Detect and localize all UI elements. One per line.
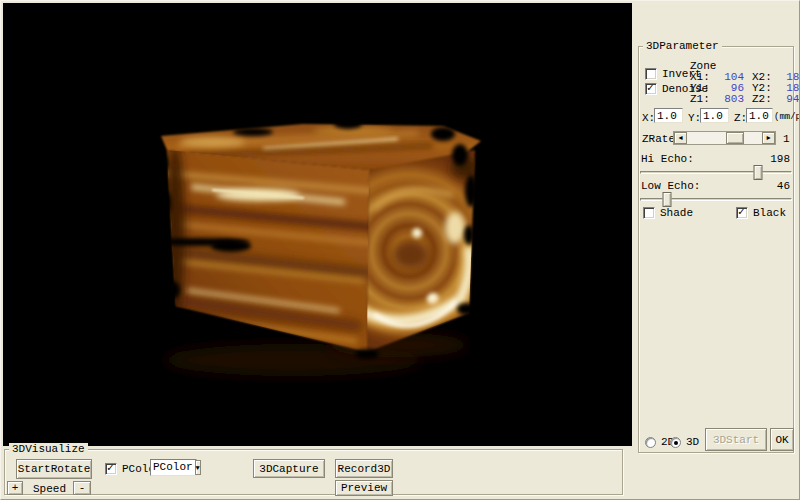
radio-circle[interactable] <box>670 437 681 448</box>
zone-key: Z2: <box>752 94 778 105</box>
hi-echo-label: Hi Echo: <box>641 153 694 165</box>
black-label: Black <box>753 207 786 220</box>
checkbox-box[interactable]: ✓ <box>105 463 117 475</box>
zone-key: Z1: <box>690 94 716 105</box>
app-window: 3DParameter ✓ Invert ✓ Denoise Zone X1: … <box>0 0 800 500</box>
black-checkbox[interactable]: ✓ Black <box>736 207 786 220</box>
scale-unit-label: (mm/p) <box>774 111 800 123</box>
y-scale-input[interactable] <box>700 108 729 123</box>
hi-echo-slider-track[interactable] <box>640 171 792 174</box>
visualize-groupbox-title: 3DVisualize <box>9 443 88 455</box>
zrate-scrollbar[interactable]: ◄ ► <box>673 131 776 145</box>
preview-button[interactable]: Preview <box>335 480 393 496</box>
start-rotate-button[interactable]: StartRotate <box>16 459 92 479</box>
zrate-scrollbar-track[interactable] <box>687 132 762 144</box>
shade-label: Shade <box>660 207 693 220</box>
parameter-groupbox-title: 3DParameter <box>643 40 722 52</box>
hi-echo-slider[interactable] <box>640 165 792 181</box>
pcolor-dropdown[interactable]: PColor ▼ <box>150 459 197 476</box>
scroll-left-arrow-icon[interactable]: ◄ <box>674 132 687 144</box>
zrate-scrollbar-thumb[interactable] <box>726 132 744 144</box>
dropdown-arrow-icon[interactable]: ▼ <box>195 460 201 475</box>
radio-dot-icon <box>674 441 678 445</box>
checkbox-box[interactable]: ✓ <box>645 83 657 95</box>
mode-3d-radio[interactable]: 3D <box>670 437 699 448</box>
speed-label: Speed <box>33 483 66 495</box>
ok-button[interactable]: OK <box>770 428 794 451</box>
zone-row-z: Z1: 803 Z2: 941 <box>690 94 800 105</box>
parameter-groupbox: 3DParameter ✓ Invert ✓ Denoise Zone X1: … <box>638 46 794 453</box>
speed-plus-button[interactable]: + <box>7 481 23 495</box>
z-scale-input[interactable] <box>746 108 773 123</box>
check-icon: ✓ <box>647 81 654 95</box>
checkbox-box[interactable]: ✓ <box>736 207 748 219</box>
3d-viewport[interactable] <box>3 3 632 446</box>
hi-echo-slider-thumb[interactable] <box>754 165 763 180</box>
checkbox-box[interactable]: ✓ <box>645 68 657 80</box>
low-echo-slider-thumb[interactable] <box>663 192 672 207</box>
3dstart-button[interactable]: 3DStart <box>705 428 767 451</box>
check-icon: ✓ <box>738 205 745 219</box>
scroll-right-arrow-icon[interactable]: ► <box>762 132 775 144</box>
visualize-groupbox: 3DVisualize StartRotate + Speed - ✓ PCol… <box>4 449 623 495</box>
low-echo-label: Low Echo: <box>641 180 700 192</box>
zone-value: 941 <box>778 94 800 105</box>
x-scale-input[interactable] <box>654 108 683 123</box>
pcolor-dropdown-value: PColor <box>151 460 195 475</box>
hi-echo-value: 198 <box>770 153 790 165</box>
low-echo-slider[interactable] <box>640 192 792 208</box>
shade-checkbox[interactable]: ✓ Shade <box>643 207 693 220</box>
zrate-label: ZRate <box>642 133 675 145</box>
zone-value: 803 <box>716 94 744 105</box>
mode-3d-label: 3D <box>686 437 699 448</box>
low-echo-value: 46 <box>777 180 790 192</box>
zrate-value: 1 <box>783 133 790 145</box>
3dcapture-button[interactable]: 3DCapture <box>253 459 325 478</box>
radio-circle[interactable] <box>645 437 656 448</box>
speed-minus-button[interactable]: - <box>73 481 91 495</box>
check-icon: ✓ <box>107 461 114 475</box>
record3d-button[interactable]: Record3D <box>335 459 393 478</box>
3d-volume-render <box>3 3 632 446</box>
checkbox-box[interactable]: ✓ <box>643 207 655 219</box>
